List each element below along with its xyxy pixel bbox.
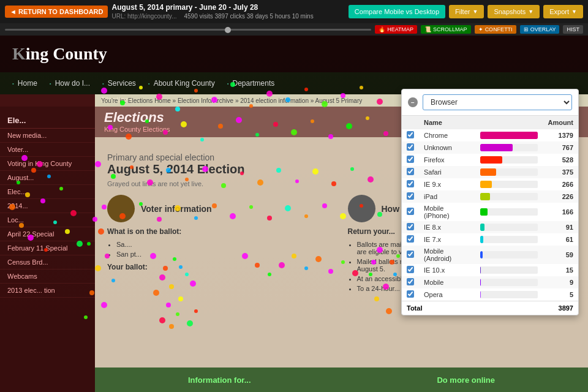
- sidebar-item-august[interactable]: August...: [0, 171, 95, 185]
- bar-container: [480, 193, 538, 200]
- row-checkbox-8[interactable]: [407, 235, 414, 243]
- heatmap-bar: 🔥 HEATMAP 📜 SCROLLMAP ✦ CONFETTI ⊞ OVERL…: [0, 23, 588, 36]
- browser-amount-cell: 5: [543, 288, 578, 301]
- browser-amount-cell: 59: [543, 246, 578, 264]
- scrollmap-tab[interactable]: 📜 SCROLLMAP: [421, 25, 471, 34]
- row-checkbox-9[interactable]: [407, 251, 414, 258]
- browser-amount-cell: 15: [543, 264, 578, 276]
- voter-info-section: Voter information What is on the ballot:…: [107, 195, 336, 295]
- bar-container: [480, 251, 538, 258]
- panel-footer: Total 3897: [402, 301, 578, 315]
- slider-thumb[interactable]: [225, 27, 231, 33]
- opacity-slider[interactable]: [5, 29, 371, 31]
- row-checkbox-4[interactable]: [407, 180, 414, 187]
- bar-container: [480, 291, 538, 298]
- browser-name-cell: Unknown: [419, 141, 475, 154]
- table-row: IE 8.x 91: [402, 221, 578, 233]
- bar-fill: [480, 208, 487, 216]
- session-url: URL: http://kingcounty...: [111, 12, 176, 21]
- checkbox-col-header: [402, 116, 419, 129]
- bottom-link-online[interactable]: Do more online: [437, 375, 495, 385]
- site-header: King County: [0, 36, 588, 72]
- sidebar-item-elec[interactable]: Elec...: [0, 185, 95, 199]
- browser-name-cell: Mobile: [419, 276, 475, 288]
- overlay-tab[interactable]: ⊞ OVERLAY: [520, 25, 560, 34]
- sidebar-item-webcams[interactable]: Webcams: [0, 270, 95, 284]
- table-row: Firefox 528: [402, 154, 578, 166]
- bar-fill: [480, 251, 483, 258]
- browser-amount-cell: 528: [543, 154, 578, 166]
- heatmap-icon: 🔥: [379, 26, 385, 32]
- bar-fill: [480, 168, 496, 176]
- row-checkbox-12[interactable]: [407, 290, 414, 298]
- row-checkbox-5[interactable]: [407, 192, 414, 200]
- browser-name-cell: Opera: [419, 288, 475, 301]
- bar-container: [480, 279, 538, 286]
- voter-info-icon: [107, 195, 135, 222]
- browser-table-body: Chrome 1379 Unknown 767 Firefox: [402, 129, 578, 301]
- sidebar: Ele... New media... Voter... Voting in K…: [0, 107, 95, 392]
- browser-name-cell: IE 9.x: [419, 178, 475, 190]
- nav-home[interactable]: Home: [12, 79, 37, 88]
- confetti-icon: ✦: [478, 26, 483, 32]
- browser-name-cell: IE 7.x: [419, 233, 475, 246]
- filter-button[interactable]: Filter ▼: [449, 5, 484, 18]
- row-checkbox-2[interactable]: [407, 156, 414, 163]
- bar-container: [480, 168, 538, 176]
- heatmap-tab[interactable]: 🔥 HEATMAP: [375, 25, 417, 34]
- sidebar-item-voter[interactable]: Voter...: [0, 143, 95, 157]
- ballot-item-2: San pt...: [116, 251, 336, 258]
- snapshots-chevron-icon: ▼: [528, 9, 533, 15]
- browser-name-cell: IE 10.x: [419, 264, 475, 276]
- row-checkbox-0[interactable]: [407, 131, 414, 138]
- bar-fill: [480, 193, 489, 200]
- confetti-tab[interactable]: ✦ CONFETTI: [475, 25, 516, 34]
- row-checkbox-1[interactable]: [407, 143, 414, 151]
- sidebar-item-2014[interactable]: 2014...: [0, 199, 95, 213]
- browser-dimension-select[interactable]: Browser Device OS: [423, 94, 572, 110]
- table-row: Chrome 1379: [402, 129, 578, 141]
- browser-name-cell: Mobile (iPhone): [419, 203, 475, 221]
- browser-amount-cell: 1379: [543, 129, 578, 141]
- voter-info-title: Voter information: [141, 204, 212, 214]
- bottom-link-info[interactable]: Information for...: [188, 375, 251, 385]
- export-button[interactable]: Export ▼: [543, 5, 583, 18]
- sidebar-item-april[interactable]: April 22 Special: [0, 227, 95, 241]
- sidebar-item-february[interactable]: February 11 Special: [0, 241, 95, 255]
- browser-name-cell: iPad: [419, 190, 475, 203]
- nav-about[interactable]: About King County: [148, 79, 215, 88]
- hist-tab[interactable]: HIST: [563, 25, 583, 34]
- total-value: 3897: [559, 304, 573, 312]
- sidebar-item-voting-kc[interactable]: Voting in King County: [0, 157, 95, 171]
- total-label: Total: [407, 304, 422, 312]
- bar-container: [480, 266, 538, 274]
- snapshots-button[interactable]: Snapshots ▼: [488, 5, 540, 18]
- panel-header: − Browser Device OS: [402, 89, 578, 116]
- row-checkbox-3[interactable]: [407, 168, 414, 175]
- ballot-list: Sa.... San pt...: [107, 241, 336, 258]
- row-checkbox-6[interactable]: [407, 208, 414, 215]
- sidebar-item-new-media[interactable]: New media...: [0, 129, 95, 143]
- sidebar-item-local[interactable]: Loc...: [0, 213, 95, 227]
- filter-chevron-icon: ▼: [472, 9, 478, 15]
- bar-col-header: [475, 116, 543, 129]
- sidebar-item-2013[interactable]: 2013 elec... tion: [0, 284, 95, 298]
- sidebar-item-census[interactable]: Census Brd...: [0, 255, 95, 270]
- panel-close-button[interactable]: −: [408, 97, 418, 107]
- row-checkbox-10[interactable]: [407, 266, 414, 273]
- return-to-dashboard-button[interactable]: ◄ RETURN TO DASHBOARD: [5, 6, 108, 18]
- site-logo: King County: [12, 44, 107, 64]
- compare-mobile-desktop-button[interactable]: Compare Mobile vs Desktop: [349, 5, 445, 18]
- row-checkbox-7[interactable]: [407, 223, 414, 230]
- table-row: iPad 226: [402, 190, 578, 203]
- nav-services[interactable]: Services: [102, 79, 136, 88]
- ballot-item-1: Sa....: [116, 241, 336, 248]
- bar-fill: [480, 266, 481, 274]
- nav-departments[interactable]: Departments: [227, 79, 275, 88]
- bar-container: [480, 181, 538, 188]
- row-checkbox-11[interactable]: [407, 278, 414, 285]
- nav-how-do-i[interactable]: How do I...: [50, 79, 90, 88]
- table-row: Mobile 9: [402, 276, 578, 288]
- bar-fill: [480, 156, 502, 164]
- bar-fill: [480, 224, 484, 231]
